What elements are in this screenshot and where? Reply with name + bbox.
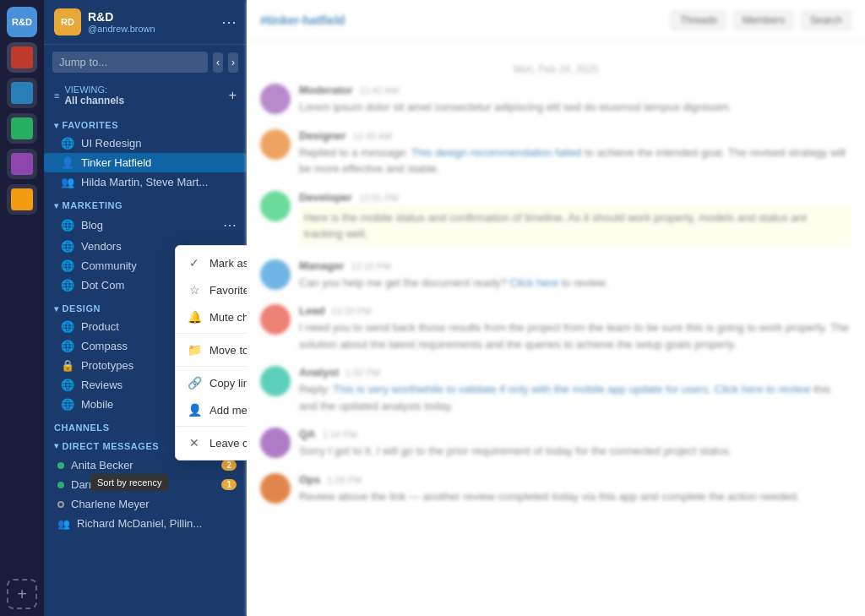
- globe-icon-dotcom: 🌐: [61, 279, 74, 292]
- search-input[interactable]: [52, 52, 208, 73]
- sidebar-item-hilda[interactable]: 👥 Hilda Martin, Steve Mart...: [44, 172, 247, 192]
- dm-badge-darren: 1: [221, 479, 237, 490]
- globe-icon-blog: 🌐: [61, 219, 74, 232]
- msg-name: Moderator: [299, 84, 353, 96]
- context-menu-add-members[interactable]: 👤 Add members: [176, 396, 247, 423]
- marketing-section-label[interactable]: MARKETING: [44, 192, 247, 214]
- sidebar-viewing: ≡ VIEWING: All channels +: [44, 79, 247, 112]
- msg-name: Lead: [299, 304, 324, 317]
- nav-back-button[interactable]: ‹: [213, 52, 223, 73]
- channels-section-label[interactable]: CHANNELS: [54, 422, 110, 433]
- favorites-section-label[interactable]: FAVORITES: [44, 112, 247, 134]
- msg-time: 1:02 PM: [345, 368, 380, 378]
- icon-bar-item-5[interactable]: [7, 184, 37, 215]
- viewing-info: ≡ VIEWING: All channels: [54, 84, 124, 106]
- msg-text: I need you to send back those results fr…: [299, 319, 851, 352]
- msg-text: Review above the link — another review c…: [299, 488, 851, 505]
- context-menu-mark-read-label: Mark as read: [209, 257, 247, 270]
- message-avatar: [260, 84, 291, 114]
- sidebar: RD R&D @andrew.brown ⋯ ‹ › ≡ VIEWING: Al…: [44, 0, 247, 616]
- link-icon: 🔗: [188, 376, 201, 390]
- msg-name: Ops: [299, 473, 320, 486]
- viewing-label: VIEWING:: [64, 84, 124, 95]
- sidebar-item-label-tinker: Tinker Hatfield: [81, 156, 237, 169]
- msg-text: Sorry I got to it. I will go to the prio…: [299, 443, 851, 460]
- sidebar-item-label: UI Redesign: [81, 137, 237, 150]
- context-menu-mute-label: Mute channel: [209, 311, 247, 324]
- add-channel-button[interactable]: +: [229, 88, 237, 103]
- dm-badge-anita: 2: [221, 460, 237, 471]
- msg-text: Here is the mobile status and confirmati…: [299, 206, 851, 246]
- icon-bar-item-4[interactable]: [7, 149, 37, 179]
- msg-time: 12:15 PM: [351, 261, 390, 271]
- message-row: Designer 11:45 AM Replied to a message: …: [260, 129, 851, 177]
- msg-time: 11:42 AM: [360, 85, 399, 95]
- sidebar-header-dots[interactable]: ⋯: [221, 13, 237, 31]
- msg-link: This is very worthwhile to validate if o…: [333, 383, 810, 395]
- message-row: Moderator 11:42 AM Lorem ipsum dolor sit…: [260, 84, 851, 116]
- msg-name: Developer: [299, 191, 352, 204]
- dm-name-charlene: Charlene Meyer: [71, 498, 237, 510]
- message-avatar: [260, 304, 291, 335]
- context-menu-copy-link[interactable]: 🔗 Copy link: [176, 369, 247, 396]
- main-content: #tinker-hatfield Threads Members Search …: [247, 0, 865, 616]
- icon-bar-item-3[interactable]: [7, 113, 37, 144]
- context-menu-favorite-label: Favorite: [209, 284, 247, 297]
- message-body: Lead 12:33 PM I need you to send back th…: [299, 304, 851, 352]
- context-menu-divider-3: [176, 426, 247, 427]
- message-row: Developer 12:01 PM Here is the mobile st…: [260, 191, 851, 246]
- msg-link: This design recommendation failed: [411, 146, 582, 159]
- blog-dots[interactable]: ⋯: [223, 217, 237, 233]
- nav-forward-button[interactable]: ›: [228, 52, 238, 73]
- globe-icon-mobile: 🌐: [61, 398, 74, 411]
- globe-icon-vendors: 🌐: [61, 240, 74, 253]
- main-messages: Mon, Feb 24, 2025 Moderator 11:42 AM Lor…: [247, 41, 865, 616]
- dm-item-charlene[interactable]: Charlene Meyer: [44, 494, 247, 514]
- message-avatar: [260, 428, 291, 458]
- message-avatar: [260, 366, 291, 396]
- message-row: Lead 12:33 PM I need you to send back th…: [260, 304, 851, 352]
- sidebar-header-user[interactable]: RD R&D @andrew.brown: [54, 8, 155, 35]
- message-body: Analyst 1:02 PM Reply: This is very wort…: [299, 366, 851, 414]
- dm-item-richard[interactable]: 👥 Richard McDaniel, Pillin...: [44, 514, 247, 533]
- context-menu-favorite[interactable]: ☆ Favorite: [176, 276, 247, 303]
- icon-bar-item-1[interactable]: [7, 42, 37, 73]
- user-avatar: RD: [54, 8, 81, 35]
- sort-tooltip: Sort by recency: [90, 474, 168, 491]
- globe-icon-compass: 🌐: [61, 340, 74, 352]
- message-row: Ops 1:28 PM Review above the link — anot…: [260, 473, 851, 505]
- message-row: Manager 12:15 PM Can you help me get the…: [260, 259, 851, 292]
- message-body: Moderator 11:42 AM Lorem ipsum dolor sit…: [299, 84, 851, 116]
- sidebar-item-blog[interactable]: 🌐 Blog ⋯: [44, 214, 247, 237]
- context-menu-mute[interactable]: 🔔 Mute channel: [176, 303, 247, 330]
- msg-time: 11:45 AM: [353, 131, 392, 141]
- context-menu: ✓ Mark as read ☆ Favorite 🔔 Mute channel…: [175, 245, 247, 461]
- msg-link: Click here: [509, 276, 558, 289]
- sidebar-item-label-hilda: Hilda Martin, Steve Mart...: [81, 176, 237, 188]
- globe-icon-product: 🌐: [61, 320, 74, 333]
- context-menu-move[interactable]: 📁 Move to ›: [176, 336, 247, 363]
- person-icon-tinker: 👤: [61, 156, 74, 169]
- header-action-3[interactable]: Search: [801, 10, 851, 30]
- lock-icon-prototypes: 🔒: [61, 359, 74, 372]
- msg-time: 1:28 PM: [327, 475, 362, 485]
- add-members-icon: 👤: [188, 403, 201, 417]
- sidebar-item-tinker[interactable]: 👤 Tinker Hatfield: [44, 153, 247, 172]
- sidebar-item-ui-redesign[interactable]: 🌐 UI Redesign: [44, 134, 247, 153]
- workspace-name: R&D: [88, 10, 155, 24]
- message-body: Developer 12:01 PM Here is the mobile st…: [299, 191, 851, 246]
- header-action-1[interactable]: Threads: [671, 10, 726, 30]
- add-workspace-button[interactable]: +: [7, 579, 37, 609]
- workspace-avatar[interactable]: R&D: [7, 7, 37, 37]
- status-offline-charlene: [57, 501, 64, 508]
- favorite-icon: ☆: [188, 283, 201, 297]
- icon-bar-item-2[interactable]: [7, 78, 37, 108]
- msg-name: Designer: [299, 129, 346, 142]
- sidebar-header-info: R&D @andrew.brown: [88, 10, 155, 34]
- context-menu-leave[interactable]: ✕ Leave channel: [176, 429, 247, 456]
- msg-text: Replied to a message: This design recomm…: [299, 144, 851, 177]
- sidebar-header: RD R&D @andrew.brown ⋯: [44, 0, 247, 45]
- dm-name-anita: Anita Becker: [71, 459, 215, 472]
- header-action-2[interactable]: Members: [733, 10, 794, 30]
- context-menu-mark-read[interactable]: ✓ Mark as read: [176, 249, 247, 276]
